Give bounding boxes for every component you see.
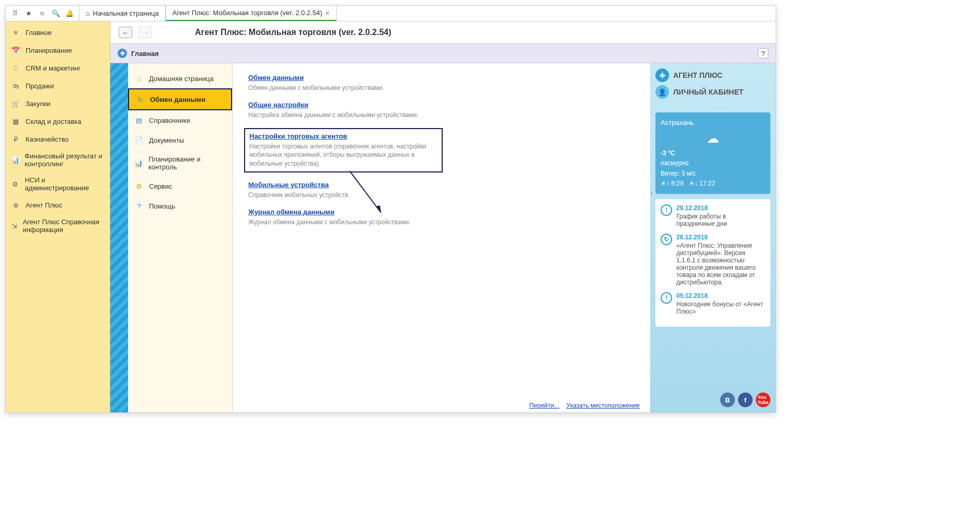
gear-icon: ⚙ [11,179,20,189]
decorative-strip [110,63,128,412]
facebook-icon[interactable]: f [738,393,753,407]
list-icon: ▤ [134,116,144,125]
gear-icon: ⚙ [134,181,144,191]
link-exchange[interactable]: Обмен данными [248,74,304,82]
question-icon: ? [134,201,144,211]
news-list: ! 29.12.2018График работы в праздничные … [655,199,770,327]
sidebar-item-nsi[interactable]: ⚙НСИ и администрирование [6,172,110,196]
sidebar-item-main[interactable]: ≡Главное [6,24,110,41]
heart-icon: ♡ [11,63,20,73]
plus-icon: ✚ [118,49,127,58]
back-button[interactable]: ← [119,27,132,38]
home-icon: ⌂ [86,9,90,17]
subheader-label: Главная [131,50,159,57]
agent-icon: ⊕ [11,200,20,210]
sidebar-item-purchases[interactable]: 🛒Закупки [6,95,110,112]
tab-label: Агент Плюс: Мобильная торговля (ver. 2.0… [172,9,322,17]
menu-icon: ≡ [11,28,20,37]
sidebar-item-sales[interactable]: 🛍Продажи [6,77,110,95]
link-agents[interactable]: Настройки торговых агентов [249,132,347,140]
link-settings[interactable]: Общие настройки [248,101,308,109]
user-icon: 👤 [655,85,669,99]
sidebar-item-finance[interactable]: 📊Финансовый результат и контроллинг [6,148,110,172]
refresh-icon: ↻ [135,95,145,104]
alert-icon: ! [661,292,672,304]
submenu: ⌂Домашняя страница ↻Обмен данными ▤Справ… [128,63,233,412]
news-item[interactable]: ! 05.12.2018Новогодние бонусы от «Агент … [661,292,765,315]
submenu-exchange[interactable]: ↻Обмен данными [128,88,232,110]
right-panel: ‹ ✚ АГЕНТ ПЛЮС 👤 ЛИЧНЫЙ КАБИНЕТ Астрахан… [650,63,776,412]
topbar: ⠿ ★ ⎋ 🔍 🔔 ⌂ Начальная страница Агент Плю… [6,6,776,21]
section-exchange: Обмен данными Обмен данными с мобильными… [248,74,447,93]
desc-journal: Журнал обмена данными с мобильными устро… [248,218,447,227]
weather-wind: Ветер: 3 м/с [661,169,765,179]
submenu-service[interactable]: ⚙Сервис [128,176,232,196]
youtube-icon[interactable]: YouTube [756,393,770,407]
notification-icon[interactable]: 🔔 [64,8,75,19]
submenu-references[interactable]: ▤Справочники [128,110,232,130]
vk-icon[interactable]: B [720,393,735,407]
forward-button[interactable]: → [139,27,152,38]
sidebar-item-agent-help[interactable]: ⇲Агент Плюс Справочная информация [6,214,110,238]
weather-cond: пасмурно [661,158,765,168]
footer-location[interactable]: Указать местоположение [567,402,640,409]
ruble-icon: ₽ [11,134,20,144]
weather-temp: -3 °С [661,148,765,158]
close-icon[interactable]: × [326,9,330,17]
sunset: ☀↓ 17:22 [689,179,715,189]
section-mobile: Мобильные устройства Справочник мобильны… [248,181,447,200]
subheader: ✚ Главная ? [110,43,776,63]
bars-icon: 📊 [134,158,143,168]
brand-agent-plus[interactable]: ✚ АГЕНТ ПЛЮС [655,68,770,82]
page-title: Агент Плюс: Мобильная торговля (ver. 2.0… [195,28,391,37]
sidebar-item-warehouse[interactable]: ▦Склад и доставка [6,112,110,130]
sidebar-item-crm[interactable]: ♡CRM и маркетинг [6,59,110,77]
submenu-documents[interactable]: 📄Документы [128,130,232,150]
section-journal: Журнал обмена данными Журнал обмена данн… [248,208,447,227]
tab-home[interactable]: ⌂ Начальная страница [79,6,166,21]
refresh-icon: ↻ [661,234,672,245]
footer-links: Перейти... Указать местоположение [524,402,640,409]
desc-agents: Настройки торговых агентов (справочник а… [249,142,437,168]
desc-exchange: Обмен данными с мобильными устройствами. [248,84,447,93]
tab-agent-plus[interactable]: Агент Плюс: Мобильная торговля (ver. 2.0… [166,6,337,21]
calendar-icon: 📅 [11,45,20,55]
cloud-icon: ☁ [661,129,765,148]
sunrise: ☀↑ 8:29 [661,179,684,189]
alert-icon: ! [661,204,672,216]
weather-city: Астрахань [661,118,765,129]
chart-icon: 📊 [11,155,19,165]
home-icon: ⌂ [134,74,144,83]
cart-icon: 🛒 [11,99,20,108]
link-journal[interactable]: Журнал обмена данными [248,208,335,216]
tab-label: Начальная страница [93,9,159,17]
submenu-home[interactable]: ⌂Домашняя страница [128,68,232,88]
main-sidebar: ≡Главное 📅Планирование ♡CRM и маркетинг … [6,21,110,412]
help-button[interactable]: ? [758,48,768,59]
content-header: ← → Агент Плюс: Мобильная торговля (ver.… [110,21,776,43]
sidebar-item-agent-plus[interactable]: ⊕Агент Плюс [6,196,110,214]
favorite-icon[interactable]: ★ [24,8,34,19]
section-agents: Настройки торговых агентов Настройки тор… [244,128,443,172]
link-mobile[interactable]: Мобильные устройства [248,181,329,189]
sidebar-item-treasury[interactable]: ₽Казначейство [6,130,110,148]
search-icon[interactable]: 🔍 [51,8,61,19]
submenu-help[interactable]: ?Помощь [128,196,232,216]
grid-icon: ▦ [11,117,20,126]
footer-goto[interactable]: Перейти... [529,402,560,409]
history-icon[interactable]: ⎋ [37,8,48,19]
sidebar-item-planning[interactable]: 📅Планирование [6,41,110,59]
submenu-planning[interactable]: 📊Планирование и контроль [128,150,232,176]
document-icon: 📄 [134,135,144,145]
news-item[interactable]: ! 29.12.2018График работы в праздничные … [661,204,765,227]
desc-settings: Настройка обмена данными с мобильными ус… [248,111,447,120]
weather-widget: Астрахань ☁ -3 °С пасмурно Ветер: 3 м/с … [655,112,770,194]
brand-icon: ✚ [655,68,669,82]
collapse-icon[interactable]: ‹ [650,189,653,197]
brand-cabinet[interactable]: 👤 ЛИЧНЫЙ КАБИНЕТ [655,85,770,99]
share-icon: ⇲ [11,221,17,231]
apps-icon[interactable]: ⠿ [10,8,20,19]
section-settings: Общие настройки Настройка обмена данными… [248,101,447,120]
desc-mobile: Справочник мобильных устройств. [248,191,447,200]
news-item[interactable]: ↻ 26.12.2018«Агент Плюс: Управление дист… [661,234,765,286]
